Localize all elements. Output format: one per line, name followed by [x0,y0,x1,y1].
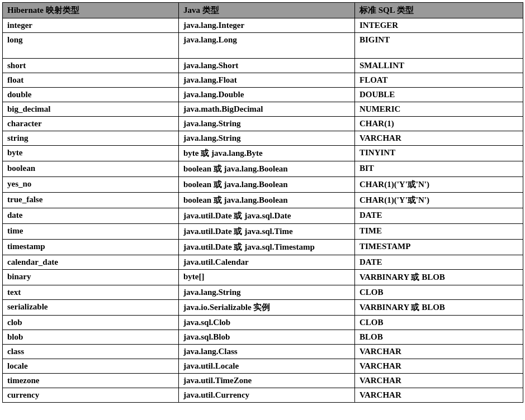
table-row: textjava.lang.StringCLOB [3,285,523,300]
table-row: yes_noboolean 或 java.lang.BooleanCHAR(1)… [3,177,523,193]
cell-sql: CHAR(1) [355,117,523,131]
cell-sql: TINYINT [355,146,523,161]
cell-java: java.util.Date 或 java.sql.Timestamp [179,240,355,255]
cell-hibernate: byte [3,146,179,161]
cell-java: java.math.BigDecimal [179,102,355,117]
table-row: doublejava.lang.DoubleDOUBLE [3,88,523,102]
cell-java: java.lang.String [179,117,355,131]
cell-java: java.lang.String [179,131,355,146]
cell-hibernate: timezone [3,374,179,388]
cell-sql: CLOB [355,285,523,300]
cell-hibernate: currency [3,388,179,403]
table-row: timezonejava.util.TimeZoneVARCHAR [3,374,523,388]
cell-java: java.lang.Class [179,345,355,359]
table-row: shortjava.lang.ShortSMALLINT [3,59,523,73]
table-row: timejava.util.Date 或 java.sql.TimeTIME [3,224,523,240]
cell-java: boolean 或 java.lang.Boolean [179,177,355,193]
cell-sql: NUMERIC [355,102,523,117]
table-row: integerjava.lang.IntegerINTEGER [3,18,523,33]
cell-sql: VARCHAR [355,345,523,359]
cell-sql: VARBINARY 或 BLOB [355,270,523,285]
table-header-row: Hibernate 映射类型 Java 类型 标准 SQL 类型 [3,3,523,18]
cell-sql: CLOB [355,316,523,330]
cell-sql: TIMESTAMP [355,240,523,255]
cell-java: java.lang.String [179,285,355,300]
cell-java: java.sql.Clob [179,316,355,330]
table-row: floatjava.lang.FloatFLOAT [3,73,523,88]
cell-hibernate: class [3,345,179,359]
cell-java: java.lang.Float [179,73,355,88]
cell-sql: DOUBLE [355,88,523,102]
cell-sql: DATE [355,208,523,224]
table-row: booleanboolean 或 java.lang.BooleanBIT [3,161,523,177]
cell-java: byte 或 java.lang.Byte [179,146,355,161]
cell-hibernate: yes_no [3,177,179,193]
table-row: classjava.lang.ClassVARCHAR [3,345,523,359]
header-hibernate: Hibernate 映射类型 [3,3,179,18]
cell-sql: BIGINT [355,33,523,59]
type-mapping-table: Hibernate 映射类型 Java 类型 标准 SQL 类型 integer… [2,2,523,403]
cell-java: java.util.Date 或 java.sql.Time [179,224,355,240]
cell-sql: BIT [355,161,523,177]
table-row: currencyjava.util.CurrencyVARCHAR [3,388,523,403]
cell-sql: CHAR(1)('Y'或'N') [355,193,523,208]
cell-java: java.util.Currency [179,388,355,403]
cell-hibernate: binary [3,270,179,285]
cell-java: java.lang.Double [179,88,355,102]
cell-hibernate: string [3,131,179,146]
cell-java: java.util.Date 或 java.sql.Date [179,208,355,224]
cell-java: java.util.TimeZone [179,374,355,388]
cell-java: java.lang.Long [179,33,355,59]
header-sql: 标准 SQL 类型 [355,3,523,18]
cell-hibernate: float [3,73,179,88]
cell-hibernate: blob [3,330,179,345]
cell-sql: VARBINARY 或 BLOB [355,300,523,316]
cell-sql: FLOAT [355,73,523,88]
cell-java: byte[] [179,270,355,285]
cell-hibernate: long [3,33,179,59]
table-row: binarybyte[]VARBINARY 或 BLOB [3,270,523,285]
cell-sql: BLOB [355,330,523,345]
table-row: calendar_datejava.util.CalendarDATE [3,255,523,270]
cell-sql: INTEGER [355,18,523,33]
cell-sql: VARCHAR [355,388,523,403]
cell-java: java.lang.Short [179,59,355,73]
cell-hibernate: locale [3,359,179,374]
table-row: longjava.lang.LongBIGINT [3,33,523,59]
cell-hibernate: clob [3,316,179,330]
cell-java: java.util.Locale [179,359,355,374]
cell-hibernate: timestamp [3,240,179,255]
table-row: clobjava.sql.ClobCLOB [3,316,523,330]
cell-sql: VARCHAR [355,374,523,388]
cell-hibernate: text [3,285,179,300]
table-row: blobjava.sql.BlobBLOB [3,330,523,345]
cell-hibernate: time [3,224,179,240]
cell-sql: VARCHAR [355,131,523,146]
cell-hibernate: calendar_date [3,255,179,270]
cell-hibernate: double [3,88,179,102]
cell-hibernate: big_decimal [3,102,179,117]
cell-hibernate: boolean [3,161,179,177]
table-row: characterjava.lang.StringCHAR(1) [3,117,523,131]
cell-sql: SMALLINT [355,59,523,73]
cell-java: boolean 或 java.lang.Boolean [179,161,355,177]
cell-java: java.util.Calendar [179,255,355,270]
cell-hibernate: character [3,117,179,131]
cell-java: boolean 或 java.lang.Boolean [179,193,355,208]
cell-hibernate: true_false [3,193,179,208]
cell-hibernate: date [3,208,179,224]
table-row: datejava.util.Date 或 java.sql.DateDATE [3,208,523,224]
cell-hibernate: integer [3,18,179,33]
cell-java: java.lang.Integer [179,18,355,33]
table-row: true_falseboolean 或 java.lang.BooleanCHA… [3,193,523,208]
cell-sql: VARCHAR [355,359,523,374]
table-row: timestampjava.util.Date 或 java.sql.Times… [3,240,523,255]
cell-java: java.sql.Blob [179,330,355,345]
table-row: stringjava.lang.StringVARCHAR [3,131,523,146]
table-row: bytebyte 或 java.lang.ByteTINYINT [3,146,523,161]
cell-hibernate: short [3,59,179,73]
table-row: localejava.util.LocaleVARCHAR [3,359,523,374]
cell-sql: DATE [355,255,523,270]
cell-java: java.io.Serializable 实例 [179,300,355,316]
cell-sql: TIME [355,224,523,240]
